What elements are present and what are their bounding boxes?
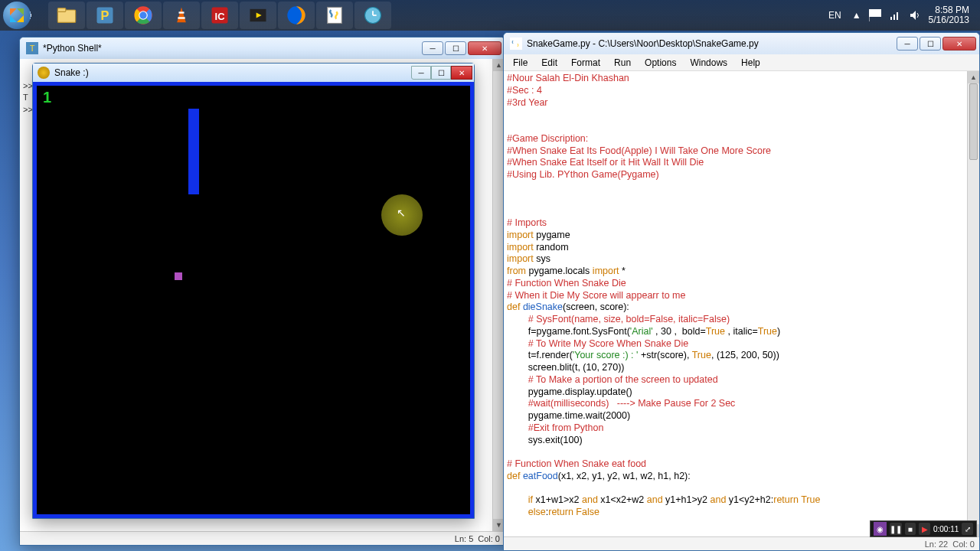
editor-title: SnakeGame.py - C:\Users\Noor\Desktop\Sna… <box>527 38 897 49</box>
menu-help[interactable]: Help <box>735 56 766 70</box>
svg-rect-25 <box>893 15 895 20</box>
editor-titlebar[interactable]: SnakeGame.py - C:\Users\Noor\Desktop\Sna… <box>504 33 979 54</box>
taskbar-python-ide[interactable]: P <box>87 2 123 29</box>
svg-text:IC: IC <box>215 11 225 22</box>
taskbar-vlc[interactable] <box>163 2 200 29</box>
recorder-logo-icon: ◉ <box>874 522 887 536</box>
svg-marker-27 <box>910 11 916 20</box>
svg-rect-24 <box>890 17 892 20</box>
taskbar-firefox[interactable] <box>278 2 315 29</box>
svg-text:P: P <box>101 8 109 22</box>
svg-rect-11 <box>179 11 185 13</box>
tray-separator-icon: ▲ <box>852 10 861 21</box>
snake-body <box>188 109 199 194</box>
python-icon: T <box>26 42 38 54</box>
svg-point-9 <box>139 11 146 18</box>
editor-status-col: Col: 0 <box>952 540 975 549</box>
editor-scrollbar[interactable]: ▲ ▼ <box>967 71 979 536</box>
taskbar-mediaplayer[interactable] <box>240 2 276 29</box>
game-title: Snake :) <box>54 67 89 78</box>
svg-rect-1 <box>57 8 66 12</box>
clock[interactable]: 8:58 PM 5/16/2013 <box>929 5 969 25</box>
editor-statusbar: Ln: 22 Col: 0 <box>504 536 979 550</box>
editor-minimize-button[interactable]: ─ <box>897 37 918 51</box>
scroll-up-icon[interactable]: ▲ <box>968 71 979 83</box>
recorder-play-button[interactable]: ▶ <box>919 523 930 535</box>
menu-format[interactable]: Format <box>565 56 606 70</box>
game-close-button[interactable]: ✕ <box>451 66 472 80</box>
cursor-icon: ↖ <box>397 207 406 219</box>
system-tray: EN ▲ 8:58 PM 5/16/2013 <box>825 5 977 25</box>
recorder-time: 0:00:11 <box>933 525 959 533</box>
language-indicator[interactable]: EN <box>825 8 844 22</box>
game-score: 1 <box>43 89 51 106</box>
svg-rect-18 <box>328 8 342 24</box>
recorder-pause-button[interactable]: ❚❚ <box>890 523 902 535</box>
snake-food <box>175 272 182 280</box>
svg-marker-10 <box>177 8 186 23</box>
menu-file[interactable]: File <box>507 56 534 70</box>
menu-run[interactable]: Run <box>608 56 637 70</box>
volume-icon[interactable] <box>909 9 921 21</box>
svg-rect-12 <box>178 17 185 18</box>
shell-status-col: Col: 0 <box>478 534 500 543</box>
game-minimize-button[interactable]: ─ <box>411 66 431 80</box>
start-button[interactable] <box>3 2 44 29</box>
shell-maximize-button[interactable]: ☐ <box>445 41 466 55</box>
editor-status-ln: Ln: 22 <box>925 540 949 549</box>
screen-recorder-bar[interactable]: ◉ ❚❚ ■ ▶ 0:00:11 ⤢ <box>870 520 977 537</box>
menu-edit[interactable]: Edit <box>535 56 564 70</box>
snake-icon <box>38 67 50 79</box>
svg-rect-22 <box>869 9 881 17</box>
taskbar-idm[interactable]: IC <box>201 2 238 29</box>
taskbar: P IC EN ▲ 8:58 PM 5/16/2013 <box>0 0 980 31</box>
game-maximize-button[interactable]: ☐ <box>431 66 451 80</box>
shell-close-button[interactable]: ✕ <box>468 41 501 55</box>
svg-text:T: T <box>30 44 35 53</box>
editor-menubar: File Edit Format Run Options Windows Hel… <box>504 54 979 71</box>
clock-date: 5/16/2013 <box>929 15 969 25</box>
shell-statusbar: Ln: 5 Col: 0 <box>20 531 505 545</box>
recorder-stop-button[interactable]: ■ <box>905 523 916 535</box>
taskbar-clock-app[interactable] <box>354 2 391 29</box>
taskbar-idle[interactable] <box>316 2 353 29</box>
editor-close-button[interactable]: ✕ <box>942 37 976 51</box>
scroll-thumb[interactable] <box>969 83 978 160</box>
shell-minimize-button[interactable]: ─ <box>422 41 443 55</box>
taskbar-chrome[interactable] <box>125 2 162 29</box>
network-icon[interactable] <box>889 9 901 21</box>
shell-titlebar[interactable]: T *Python Shell* ─ ☐ ✕ <box>20 37 505 59</box>
flag-icon[interactable] <box>869 9 881 21</box>
editor-code-area[interactable]: #Nour Salah El-Din Khashan #Sec : 4 #3rd… <box>504 71 979 536</box>
menu-options[interactable]: Options <box>639 56 682 70</box>
game-canvas[interactable]: 1 ↖ <box>33 82 474 518</box>
game-titlebar[interactable]: Snake :) ─ ☐ ✕ <box>33 64 474 82</box>
python-file-icon <box>510 37 522 50</box>
shell-status-ln: Ln: 5 <box>455 534 473 543</box>
editor-maximize-button[interactable]: ☐ <box>920 37 941 51</box>
snake-game-window: Snake :) ─ ☐ ✕ 1 ↖ <box>32 63 475 519</box>
recorder-expand-button[interactable]: ⤢ <box>962 523 973 535</box>
idle-editor-window: SnakeGame.py - C:\Users\Noor\Desktop\Sna… <box>503 32 980 551</box>
svg-rect-30 <box>510 37 522 50</box>
svg-rect-26 <box>897 12 898 20</box>
taskbar-explorer[interactable] <box>48 2 85 29</box>
shell-title: *Python Shell* <box>43 43 422 54</box>
menu-windows[interactable]: Windows <box>684 56 733 70</box>
